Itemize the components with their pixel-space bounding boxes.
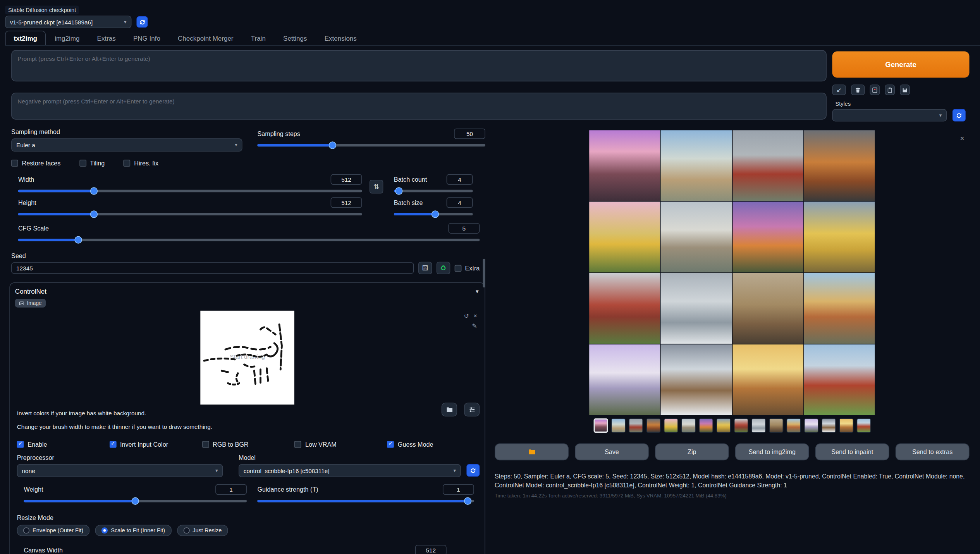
extra-seed-checkbox[interactable]: Extra [454,265,480,272]
apply-style-button[interactable] [885,84,895,95]
batch-count-slider[interactable] [394,187,473,194]
save-style-button[interactable] [900,84,910,95]
slider-thumb[interactable] [329,141,336,149]
slider-thumb[interactable] [74,236,82,243]
weight-slider[interactable] [24,497,247,504]
gallery-image[interactable] [661,344,732,415]
cfg-scale-input[interactable] [448,223,480,234]
tab-settings[interactable]: Settings [274,31,316,45]
tab-extensions[interactable]: Extensions [316,31,365,45]
prompt-input[interactable] [11,50,827,81]
tab-checkpoint-merger[interactable]: Checkpoint Merger [169,31,242,45]
extra-networks-button[interactable] [870,84,880,95]
generate-button[interactable]: Generate [832,52,969,78]
slider-track[interactable] [394,190,473,192]
gallery-image[interactable] [732,344,803,415]
slider-thumb[interactable] [431,210,438,218]
zip-button[interactable]: Zip [655,444,729,461]
gallery-thumbnail[interactable] [839,418,853,433]
tab-img2img[interactable]: img2img [46,31,88,45]
gallery-thumbnail[interactable] [664,418,678,433]
send-to-img2img-button[interactable]: Send to img2img [735,444,809,461]
slider-track[interactable] [257,144,485,146]
rgb-to-bgr-checkbox[interactable]: RGB to BGR [202,440,295,447]
brush-settings-button[interactable] [464,403,480,416]
canvas-width-input[interactable] [415,545,447,554]
gallery-thumbnail[interactable] [698,418,713,433]
seed-input[interactable] [11,262,414,274]
tiling-checkbox[interactable]: Tiling [79,160,105,167]
save-button[interactable]: Save [575,444,649,461]
restore-faces-checkbox[interactable]: Restore faces [11,160,60,167]
guess-mode-checkbox[interactable]: Guess Mode [387,440,480,447]
gallery-thumbnail[interactable] [821,418,836,433]
clear-prompt-button[interactable] [851,84,865,95]
guidance-strength-slider[interactable] [257,497,474,504]
swap-dimensions-button[interactable]: ⇅ [370,180,383,194]
gallery-image[interactable] [589,273,660,344]
guidance-strength-input[interactable] [443,484,474,494]
sampling-method-select[interactable]: Euler a ▾ [11,138,242,151]
drawing-canvas[interactable]: Start drawing [200,310,294,404]
styles-select[interactable]: ▾ [832,109,947,121]
scrollbar-thumb[interactable] [483,259,485,287]
gallery-thumbnail[interactable] [786,418,801,433]
negative-prompt-input[interactable] [11,93,827,120]
gallery-image[interactable] [589,344,660,415]
tab-txt2img[interactable]: txt2img [5,31,46,45]
reuse-seed-button[interactable]: ♻ [436,262,450,274]
refresh-checkpoint-button[interactable] [136,16,148,28]
gallery-thumbnail[interactable] [804,418,818,433]
gallery-image[interactable] [732,130,803,201]
paste-params-button[interactable]: ↙ [832,84,846,95]
width-input[interactable] [331,174,362,184]
gallery-image[interactable] [804,130,875,201]
random-seed-button[interactable]: ⚄ [418,262,432,274]
slider-thumb[interactable] [131,497,139,504]
open-folder-button[interactable] [495,444,569,461]
tab-train[interactable]: Train [242,31,274,45]
controlnet-image-tab[interactable]: Image [15,299,46,308]
gallery-image[interactable] [804,202,875,273]
resize-scale-to-fit-radio[interactable]: Scale to Fit (Inner Fit) [95,525,171,536]
slider-thumb[interactable] [90,187,97,194]
gallery-thumbnail[interactable] [751,418,765,433]
slider-thumb[interactable] [395,187,402,194]
weight-input[interactable] [215,484,247,494]
gallery-image[interactable] [661,130,732,201]
cfg-scale-slider[interactable] [18,236,480,243]
sampling-steps-slider[interactable] [257,141,485,149]
undo-button[interactable]: ↺ [464,313,469,319]
gallery-thumbnail[interactable] [646,418,660,433]
tab-png-info[interactable]: PNG Info [124,31,169,45]
resize-envelope-radio[interactable]: Envelope (Outer Fit) [17,525,90,536]
batch-count-input[interactable] [447,174,473,184]
refresh-models-button[interactable] [466,464,480,477]
slider-track[interactable] [18,239,480,241]
gallery-thumbnail[interactable] [716,418,731,433]
batch-size-slider[interactable] [394,210,473,218]
invert-input-color-checkbox[interactable]: Invert Input Color [110,440,202,447]
close-gallery-icon[interactable]: × [960,134,964,143]
gallery-thumbnail[interactable] [734,418,748,433]
gallery-thumbnail[interactable] [769,418,783,433]
gallery-image[interactable] [732,273,803,344]
gallery-image[interactable] [589,130,660,201]
gallery-image[interactable] [661,273,732,344]
batch-size-input[interactable] [447,197,473,208]
gallery-thumbnail[interactable] [611,418,625,433]
gallery-image[interactable] [732,202,803,273]
gallery-thumbnail[interactable] [593,418,608,433]
tab-extras[interactable]: Extras [88,31,124,45]
gallery-image[interactable] [804,344,875,415]
resize-just-resize-radio[interactable]: Just Resize [177,525,228,536]
sampling-steps-input[interactable] [454,128,485,139]
controlnet-enable-checkbox[interactable]: Enable [17,440,110,447]
low-vram-checkbox[interactable]: Low VRAM [294,440,387,447]
slider-track[interactable] [257,499,474,502]
height-slider[interactable] [18,210,362,218]
open-image-button[interactable] [442,403,457,416]
brush-button[interactable]: ✎ [472,323,477,329]
slider-track[interactable] [18,213,362,215]
checkpoint-select[interactable]: v1-5-pruned.ckpt [e1441589a6] ▾ [5,15,132,28]
